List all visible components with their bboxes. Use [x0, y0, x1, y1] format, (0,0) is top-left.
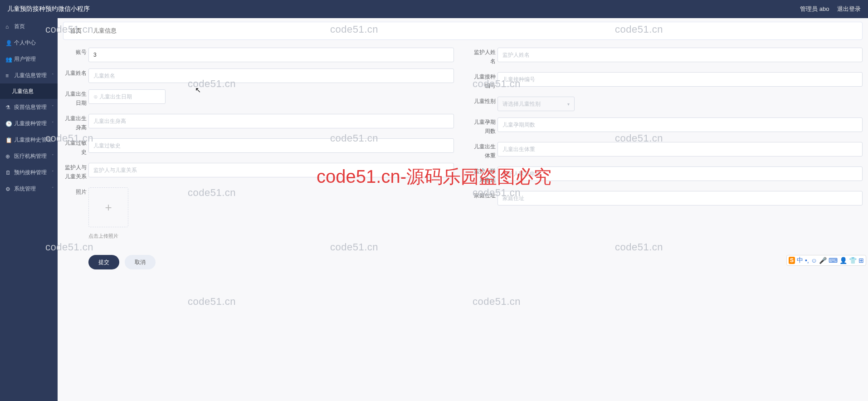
input-right-5[interactable] — [497, 166, 863, 181]
form-row: 账号 — [63, 44, 454, 65]
admin-link[interactable]: 管理员 abo — [800, 5, 829, 12]
sidebar-item-5[interactable]: 🕒儿童接种管理˅ — [0, 115, 58, 132]
chevron-down-icon: ▾ — [567, 102, 570, 107]
sidebar-item-8[interactable]: 🗓预约接种管理˅ — [0, 164, 58, 181]
sidebar-item-0[interactable]: ⌂首页 — [0, 18, 58, 34]
form-label: 儿童过敏史 — [63, 138, 88, 156]
sidebar: ⌂首页👤个人中心👥用户管理≡儿童信息管理˄儿童信息⚗疫苗信息管理˅🕒儿童接种管理… — [0, 18, 58, 284]
form-label: 儿童孕期周数 — [472, 117, 497, 136]
sidebar-label: 儿童接种管理 — [14, 120, 47, 127]
app-title: 儿童预防接种预约微信小程序 — [7, 5, 90, 13]
input-right-0[interactable] — [497, 48, 863, 62]
form-row: 儿童过敏史 — [63, 135, 454, 160]
sidebar-label: 个人中心 — [14, 39, 36, 47]
ime-smile-icon: ☺ — [811, 257, 817, 264]
sidebar-item-3[interactable]: ≡儿童信息管理˄ — [0, 67, 58, 83]
form-label: 监护人联系电话 — [472, 166, 497, 185]
logout-link[interactable]: 退出登录 — [837, 5, 861, 12]
form-row-image: 照片+点击上传照片 — [63, 184, 454, 243]
users-icon: 👥 — [5, 56, 11, 62]
image-upload[interactable]: + — [88, 187, 128, 227]
breadcrumb-sep: / — [88, 27, 90, 34]
input-left-4[interactable] — [88, 138, 454, 153]
ime-toolbar: S 中 •, ☺ 🎤 ⌨ 👤 👕 ⊞ — [786, 255, 866, 266]
form-label: 监护人姓名 — [472, 48, 497, 66]
input-left-0[interactable] — [88, 48, 454, 62]
user-icon: 👤 — [5, 40, 11, 45]
chevron-icon: ˄ — [52, 73, 54, 78]
cancel-button[interactable]: 取消 — [125, 255, 156, 269]
form-row: 监护人联系电话 — [472, 163, 863, 188]
clock-icon: 🕒 — [5, 121, 11, 126]
sidebar-label: 儿童接种史管理 — [14, 136, 52, 144]
chevron-icon: ˅ — [52, 105, 54, 109]
chevron-icon: ˅ — [52, 154, 54, 158]
sidebar-label: 首页 — [14, 23, 25, 30]
input-left-1[interactable] — [88, 68, 454, 83]
form-label: 家庭住址 — [472, 191, 497, 200]
input-right-1[interactable] — [497, 72, 863, 87]
form-row: 儿童出生日期 — [63, 86, 454, 111]
input-left-5[interactable] — [88, 163, 454, 177]
calendar-icon: 🗓 — [5, 170, 11, 175]
form-row: 儿童出生身高 — [63, 111, 454, 135]
sidebar-item-6[interactable]: 📋儿童接种史管理˅ — [0, 132, 58, 148]
form-label: 账号 — [63, 48, 88, 57]
sidebar-item-9[interactable]: ⚙系统管理˅ — [0, 181, 58, 197]
breadcrumb: 首页 / 儿童信息 — [63, 22, 863, 40]
history-icon: 📋 — [5, 137, 11, 142]
sidebar-label: 预约接种管理 — [14, 169, 47, 176]
ime-punct-icon: •, — [805, 257, 809, 264]
form-label: 监护人与儿童关系 — [63, 163, 88, 181]
input-right-3[interactable] — [497, 117, 863, 132]
sidebar-label: 系统管理 — [14, 185, 36, 193]
form-label: 儿童出生体重 — [472, 142, 497, 160]
input-right-6[interactable] — [497, 191, 863, 205]
form-label: 儿童出生日期 — [63, 89, 88, 108]
form-row: 儿童孕期周数 — [472, 114, 863, 139]
select-right-2[interactable]: 请选择儿童性别▾ — [497, 97, 575, 111]
form-label: 儿童性别 — [472, 97, 497, 106]
sidebar-label: 用户管理 — [14, 55, 36, 63]
sidebar-label: 医疗机构管理 — [14, 152, 47, 160]
sidebar-item-7[interactable]: ⊕医疗机构管理˅ — [0, 148, 58, 164]
form-col-left: 账号儿童姓名儿童出生日期儿童出生身高儿童过敏史监护人与儿童关系照片+点击上传照片… — [63, 44, 454, 273]
input-left-3[interactable] — [88, 114, 454, 128]
ime-cn-icon: 中 — [797, 256, 803, 264]
breadcrumb-home[interactable]: 首页 — [70, 27, 82, 34]
chevron-icon: ˅ — [52, 121, 54, 126]
breadcrumb-current: 儿童信息 — [93, 27, 117, 34]
header: 儿童预防接种预约微信小程序 管理员 abo 退出登录 — [0, 0, 868, 18]
form-label: 照片 — [63, 187, 88, 196]
upload-tip: 点击上传照片 — [88, 233, 454, 240]
form-label: 儿童接种编号 — [472, 72, 497, 90]
vial-icon: ⚗ — [5, 104, 11, 110]
home-icon: ⌂ — [5, 24, 11, 29]
chevron-icon: ˅ — [52, 170, 54, 175]
submit-button[interactable]: 提交 — [88, 255, 119, 269]
input-right-4[interactable] — [497, 142, 863, 156]
ime-tool-icon: ⊞ — [858, 257, 864, 264]
ime-skin-icon: 👕 — [849, 257, 857, 264]
form-row: 儿童出生体重 — [472, 139, 863, 163]
chevron-icon: ˅ — [52, 137, 54, 142]
form-col-right: 监护人姓名儿童接种编号儿童性别请选择儿童性别▾儿童孕期周数儿童出生体重监护人联系… — [472, 44, 863, 273]
form-label: 儿童出生身高 — [63, 114, 88, 132]
input-left-2[interactable] — [88, 89, 166, 104]
sidebar-item-4[interactable]: ⚗疫苗信息管理˅ — [0, 99, 58, 115]
ime-mic-icon: 🎤 — [819, 257, 827, 264]
form-row: 监护人姓名 — [472, 44, 863, 69]
form-label: 儿童姓名 — [63, 68, 88, 78]
form-row: 儿童性别请选择儿童性别▾ — [472, 93, 863, 114]
sidebar-label: 儿童信息管理 — [14, 72, 47, 79]
sidebar-item-2[interactable]: 👥用户管理 — [0, 51, 58, 67]
gear-icon: ⚙ — [5, 186, 11, 191]
hospital-icon: ⊕ — [5, 153, 11, 159]
sogou-icon: S — [789, 257, 795, 264]
ime-user-icon: 👤 — [839, 257, 847, 264]
ime-keyboard-icon: ⌨ — [829, 257, 838, 264]
sidebar-item-1[interactable]: 👤个人中心 — [0, 34, 58, 51]
form-row-actions: 提交取消 — [63, 243, 454, 273]
sidebar-sub-child-info[interactable]: 儿童信息 — [0, 83, 58, 99]
form-row: 家庭住址 — [472, 188, 863, 209]
